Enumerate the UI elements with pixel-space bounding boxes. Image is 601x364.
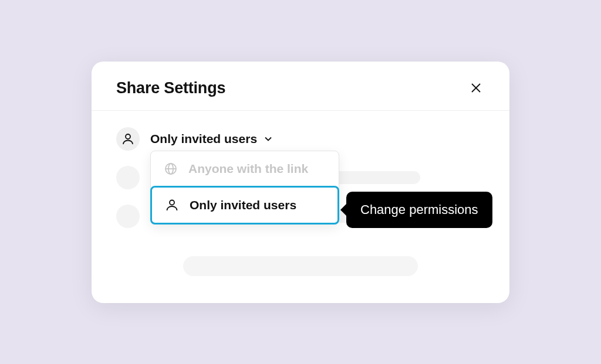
globe-icon: [164, 162, 178, 176]
permission-dropdown-menu: Anyone with the link Only invited users: [150, 151, 339, 224]
dropdown-option-anyone[interactable]: Anyone with the link: [151, 151, 339, 186]
dropdown-option-label: Anyone with the link: [188, 162, 308, 176]
share-settings-modal: Share Settings Only invited users: [92, 62, 509, 303]
dropdown-option-label: Only invited users: [190, 198, 296, 212]
change-permissions-tooltip: Change permissions: [346, 192, 492, 228]
permission-current-label: Only invited users: [150, 132, 257, 146]
modal-body: Only invited users Anyone with: [92, 111, 509, 303]
permission-dropdown-toggle[interactable]: Only invited users: [150, 132, 274, 146]
chevron-down-icon: [263, 134, 274, 144]
placeholder-avatar: [116, 166, 140, 189]
close-button[interactable]: [467, 79, 485, 97]
permission-icon-wrapper: [116, 127, 140, 151]
placeholder-avatar: [116, 205, 140, 228]
placeholder-footer: [183, 256, 418, 276]
person-icon: [121, 132, 134, 145]
tooltip-text: Change permissions: [360, 202, 478, 217]
close-icon: [470, 82, 482, 94]
modal-header: Share Settings: [92, 62, 509, 111]
svg-point-6: [170, 200, 174, 205]
person-icon: [165, 198, 179, 212]
permission-selector-row: Only invited users: [116, 127, 485, 151]
svg-point-2: [126, 134, 130, 139]
modal-title: Share Settings: [116, 79, 225, 97]
dropdown-option-invited[interactable]: Only invited users: [150, 186, 339, 224]
